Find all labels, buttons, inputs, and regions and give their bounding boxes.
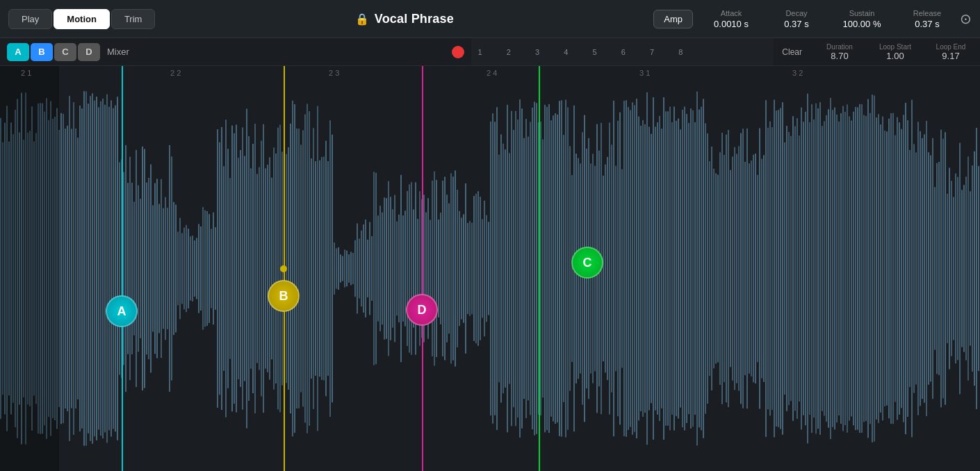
loop-start-group: Loop Start 1.00 xyxy=(874,43,916,61)
sustain-param: Sustain 100.00 % xyxy=(838,9,886,29)
bar-num-23: 2 3 xyxy=(329,69,339,77)
marker-b-handle xyxy=(280,265,287,272)
title-section: 🔒 Vocal Phrase xyxy=(161,12,648,26)
tab-d[interactable]: D xyxy=(78,43,100,61)
amp-button[interactable]: Amp xyxy=(653,10,693,28)
release-param: Release 0.37 s xyxy=(903,9,952,29)
release-label: Release xyxy=(913,9,941,17)
params-section: Attack 0.0010 s Decay 0.37 s Sustain 100… xyxy=(707,9,952,29)
decay-param: Decay 0.37 s xyxy=(772,9,821,29)
info-section: Duration 8.70 Loop Start 1.00 Loop End 9… xyxy=(810,43,980,61)
loop-start-label: Loop Start xyxy=(879,43,911,51)
second-bar: A B C D Mixer 12345678 Clear Duration 8.… xyxy=(0,38,980,66)
loop-end-label: Loop End xyxy=(936,43,966,51)
mixer-button[interactable]: Mixer xyxy=(101,43,135,61)
waveform-area[interactable]: 2 1 2 2 2 3 2 4 3 1 3 2 A B D C xyxy=(0,66,980,471)
trim-button[interactable]: Trim xyxy=(111,9,156,29)
duration-group: Duration 8.70 xyxy=(819,43,860,61)
bar-num-31: 3 1 xyxy=(639,69,650,77)
marker-d-label: D xyxy=(418,303,427,317)
marker-a-circle[interactable]: A xyxy=(106,295,138,327)
ruler-num-7: 7 xyxy=(650,48,654,56)
release-value[interactable]: 0.37 s xyxy=(915,19,939,29)
attack-param: Attack 0.0010 s xyxy=(707,9,756,29)
decay-value[interactable]: 0.37 s xyxy=(784,19,808,29)
bar-num-24: 2 4 xyxy=(487,69,497,77)
ruler-num-8: 8 xyxy=(678,48,683,56)
ruler-num-1: 1 xyxy=(478,48,482,56)
bar-num-21: 2 1 xyxy=(21,69,31,77)
tab-c[interactable]: C xyxy=(54,43,76,61)
attack-value[interactable]: 0.0010 s xyxy=(714,19,749,29)
play-button[interactable]: Play xyxy=(8,9,52,29)
marker-d-circle[interactable]: D xyxy=(406,294,438,326)
marker-b-label: B xyxy=(279,289,288,304)
ruler-num-5: 5 xyxy=(593,48,597,56)
ruler: 12345678 xyxy=(471,38,774,65)
more-button[interactable]: ⊙ xyxy=(960,10,972,27)
marker-a-line xyxy=(122,66,123,471)
decay-label: Decay xyxy=(785,9,807,17)
loop-start-value[interactable]: 1.00 xyxy=(886,51,904,61)
marker-c-circle[interactable]: C xyxy=(571,247,603,279)
motion-button[interactable]: Motion xyxy=(54,9,110,29)
track-title: Vocal Phrase xyxy=(375,12,454,26)
waveform-canvas xyxy=(0,66,980,471)
top-bar: Play Motion Trim 🔒 Vocal Phrase Amp Atta… xyxy=(0,0,980,38)
loop-end-group: Loop End 9.17 xyxy=(930,43,972,61)
sustain-label: Sustain xyxy=(849,9,875,17)
bar-num-32: 3 2 xyxy=(792,69,803,77)
tab-a[interactable]: A xyxy=(7,43,29,61)
ruler-num-2: 2 xyxy=(507,48,511,56)
marker-c-label: C xyxy=(583,256,592,270)
ruler-num-4: 4 xyxy=(564,48,568,56)
ruler-num-6: 6 xyxy=(621,48,626,56)
sustain-value[interactable]: 100.00 % xyxy=(843,19,881,29)
clear-button[interactable]: Clear xyxy=(774,47,810,57)
ruler-marks: 12345678 xyxy=(471,38,774,65)
marker-b-circle[interactable]: B xyxy=(268,280,300,312)
tab-b[interactable]: B xyxy=(31,43,53,61)
duration-value[interactable]: 8.70 xyxy=(831,51,848,61)
bar-num-22: 2 2 xyxy=(170,69,181,77)
record-button[interactable] xyxy=(452,46,464,58)
attack-label: Attack xyxy=(721,9,742,17)
lock-icon[interactable]: 🔒 xyxy=(355,13,369,26)
section-tabs: A B C D Mixer xyxy=(0,43,142,61)
marker-a-label: A xyxy=(117,304,126,319)
loop-end-value[interactable]: 9.17 xyxy=(942,51,959,61)
marker-c-line xyxy=(539,66,540,471)
duration-label: Duration xyxy=(826,43,853,51)
ruler-num-3: 3 xyxy=(535,48,539,56)
transport-buttons: Play Motion Trim xyxy=(8,9,155,29)
marker-d-line xyxy=(422,66,423,471)
